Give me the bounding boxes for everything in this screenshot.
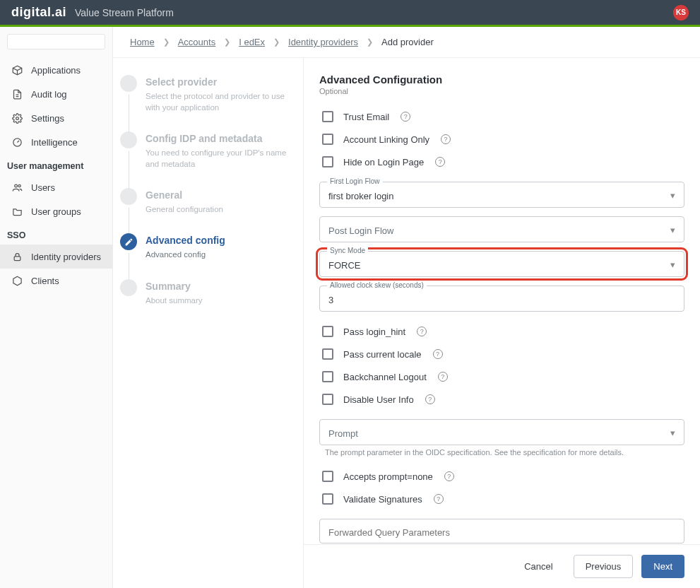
step-desc: General configuration bbox=[146, 204, 289, 215]
label-validate-signatures: Validate Signatures bbox=[343, 494, 422, 505]
platform-name: Value Stream Platform bbox=[75, 7, 174, 18]
helper-text-prompt: The prompt parameter in the OIDC specifi… bbox=[319, 448, 684, 457]
step-desc: Advanced config bbox=[146, 249, 289, 260]
sidebar-item-label: Clients bbox=[31, 276, 59, 286]
help-icon[interactable]: ? bbox=[434, 494, 444, 504]
checkbox-trust-email[interactable] bbox=[322, 111, 333, 122]
help-icon[interactable]: ? bbox=[444, 471, 454, 481]
step-desc: About summary bbox=[146, 295, 289, 306]
checkbox-account-linking[interactable] bbox=[322, 134, 333, 145]
step-dot-icon bbox=[120, 75, 137, 92]
edit-icon bbox=[120, 233, 137, 250]
checkbox-validate-signatures[interactable] bbox=[322, 493, 333, 505]
gauge-icon bbox=[11, 136, 23, 148]
chevron-down-icon: ▾ bbox=[670, 224, 675, 235]
svg-point-2 bbox=[14, 184, 17, 187]
checkbox-hide-login[interactable] bbox=[322, 156, 333, 167]
users-icon bbox=[11, 182, 23, 193]
breadcrumb-link-org[interactable]: I edEx bbox=[239, 37, 265, 47]
select-post-login-flow[interactable]: Post Login Flow ▾ bbox=[319, 216, 684, 242]
chevron-right-icon: ❯ bbox=[273, 37, 280, 47]
chevron-right-icon: ❯ bbox=[224, 37, 230, 47]
brand-logo: digital.ai bbox=[11, 5, 66, 20]
svg-rect-4 bbox=[14, 256, 20, 260]
step-advanced-config[interactable]: Advanced config Advanced config bbox=[120, 233, 289, 260]
label-disable-user-info: Disable User Info bbox=[343, 394, 414, 405]
sidebar-item-intelligence[interactable]: Intelligence bbox=[0, 130, 112, 154]
breadcrumb-link-idp[interactable]: Identity providers bbox=[288, 37, 358, 47]
step-config-idp[interactable]: Config IDP and metadata You need to conf… bbox=[120, 131, 289, 170]
help-icon[interactable]: ? bbox=[401, 112, 410, 122]
chevron-right-icon: ❯ bbox=[367, 37, 373, 47]
step-title: Select provider bbox=[146, 76, 289, 88]
topbar: digital.ai Value Stream Platform KS bbox=[0, 0, 700, 27]
sidebar-item-label: Users bbox=[31, 182, 55, 193]
nav-section-user-mgmt: User management bbox=[0, 154, 112, 175]
help-icon[interactable]: ? bbox=[417, 327, 427, 336]
select-first-login-flow[interactable]: First Login Flow first broker login ▾ bbox=[319, 182, 684, 208]
sidebar-item-user-groups[interactable]: User groups bbox=[0, 199, 112, 223]
sidebar-item-label: User groups bbox=[31, 206, 81, 217]
field-label: Post Login Flow bbox=[328, 225, 394, 236]
step-general[interactable]: General General configuration bbox=[120, 188, 289, 215]
field-label: Prompt bbox=[328, 428, 358, 439]
chevron-down-icon: ▾ bbox=[670, 189, 675, 200]
label-account-linking: Account Linking Only bbox=[343, 134, 429, 145]
sidebar-item-audit-log[interactable]: Audit log bbox=[0, 82, 112, 106]
step-title: General bbox=[146, 189, 289, 201]
step-desc: Select the protocol and provider to use … bbox=[146, 90, 289, 113]
wizard-steps: Select provider Select the protocol and … bbox=[113, 58, 304, 588]
help-icon[interactable]: ? bbox=[438, 372, 448, 382]
gear-icon bbox=[11, 112, 23, 124]
sidebar-item-users[interactable]: Users bbox=[0, 175, 112, 199]
sidebar-item-settings[interactable]: Settings bbox=[0, 106, 112, 130]
step-title: Summary bbox=[146, 281, 289, 292]
input-forwarded-query[interactable] bbox=[319, 519, 684, 543]
sidebar-item-clients[interactable]: Clients bbox=[0, 269, 112, 293]
select-sync-mode[interactable]: Sync Mode FORCE ▾ bbox=[319, 251, 684, 277]
checkbox-backchannel-logout[interactable] bbox=[322, 371, 333, 382]
nav-section-sso: SSO bbox=[0, 223, 112, 245]
checkbox-accepts-prompt-none[interactable] bbox=[322, 471, 333, 482]
select-value: first broker login bbox=[328, 191, 393, 201]
sidebar-item-identity-providers[interactable]: Identity providers bbox=[0, 245, 112, 269]
svg-point-0 bbox=[16, 117, 18, 119]
org-selector[interactable] bbox=[7, 34, 105, 49]
chevron-down-icon: ▾ bbox=[670, 427, 675, 437]
cube-icon bbox=[11, 64, 23, 76]
step-select-provider[interactable]: Select provider Select the protocol and … bbox=[120, 75, 289, 113]
sidebar-item-applications[interactable]: Applications bbox=[0, 58, 112, 82]
lock-icon bbox=[11, 251, 23, 262]
checkbox-disable-user-info[interactable] bbox=[322, 394, 333, 405]
breadcrumb: Home ❯ Accounts ❯ I edEx ❯ Identity prov… bbox=[113, 27, 700, 58]
previous-button[interactable]: Previous bbox=[574, 555, 634, 578]
step-summary[interactable]: Summary About summary bbox=[120, 279, 289, 306]
step-dot-icon bbox=[120, 188, 137, 205]
breadcrumb-link-home[interactable]: Home bbox=[130, 37, 155, 47]
page-subtitle: Optional bbox=[319, 87, 684, 95]
step-desc: You need to configure your IDP's name an… bbox=[146, 147, 289, 170]
sidebar-item-label: Intelligence bbox=[31, 137, 78, 148]
chevron-down-icon: ▾ bbox=[670, 259, 675, 269]
select-prompt[interactable]: Prompt ▾ bbox=[319, 419, 684, 445]
label-pass-login-hint: Pass login_hint bbox=[343, 327, 405, 337]
input-clock-skew[interactable] bbox=[328, 295, 660, 305]
help-icon[interactable]: ? bbox=[433, 349, 443, 359]
breadcrumb-link-accounts[interactable]: Accounts bbox=[178, 37, 215, 47]
field-label: Sync Mode bbox=[327, 247, 368, 254]
select-value: FORCE bbox=[328, 260, 361, 271]
next-button[interactable]: Next bbox=[641, 555, 684, 578]
sidebar-item-label: Identity providers bbox=[31, 252, 101, 262]
checkbox-pass-locale[interactable] bbox=[322, 348, 333, 360]
avatar[interactable]: KS bbox=[673, 5, 689, 20]
help-icon[interactable]: ? bbox=[441, 134, 451, 144]
label-pass-locale: Pass current locale bbox=[343, 349, 422, 360]
field-label: Allowed clock skew (seconds) bbox=[327, 281, 427, 289]
help-icon[interactable]: ? bbox=[425, 394, 435, 404]
cancel-button[interactable]: Cancel bbox=[512, 555, 564, 578]
step-dot-icon bbox=[120, 131, 137, 148]
checkbox-pass-login-hint[interactable] bbox=[322, 326, 333, 337]
svg-point-3 bbox=[18, 184, 20, 187]
help-icon[interactable]: ? bbox=[435, 157, 445, 167]
label-trust-email: Trust Email bbox=[343, 112, 389, 122]
